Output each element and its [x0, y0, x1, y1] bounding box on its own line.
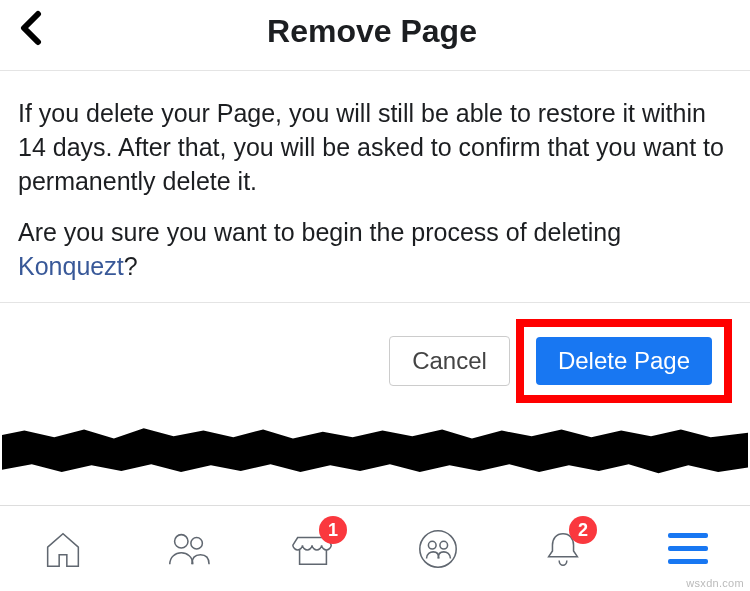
- page-name-link[interactable]: Konquezt: [18, 252, 124, 280]
- tab-home[interactable]: [0, 506, 125, 591]
- svg-point-4: [439, 541, 447, 549]
- header-bar: Remove Page: [0, 0, 750, 71]
- tab-notifications[interactable]: 2: [500, 506, 625, 591]
- highlight-annotation: Delete Page: [516, 319, 732, 403]
- confirm-text: Are you sure you want to begin the proce…: [18, 216, 732, 284]
- hamburger-icon: [668, 533, 708, 564]
- confirm-suffix: ?: [124, 252, 138, 280]
- watermark: wsxdn.com: [686, 577, 744, 589]
- confirm-prefix: Are you sure you want to begin the proce…: [18, 218, 621, 246]
- delete-page-button[interactable]: Delete Page: [536, 337, 712, 385]
- marketplace-badge: 1: [319, 516, 347, 544]
- friends-icon: [165, 526, 211, 572]
- tab-marketplace[interactable]: 1: [250, 506, 375, 591]
- groups-icon: [415, 526, 461, 572]
- cancel-button[interactable]: Cancel: [389, 336, 510, 386]
- svg-point-0: [174, 534, 187, 547]
- svg-point-3: [428, 541, 436, 549]
- action-row: Cancel Delete Page: [0, 303, 750, 419]
- content-area: If you delete your Page, you will still …: [0, 71, 750, 303]
- tab-friends[interactable]: [125, 506, 250, 591]
- page-title: Remove Page: [12, 13, 732, 50]
- bottom-tab-bar: 1 2: [0, 505, 750, 591]
- notifications-badge: 2: [569, 516, 597, 544]
- svg-point-2: [419, 530, 455, 566]
- home-icon: [40, 526, 86, 572]
- torn-separator: [0, 423, 750, 503]
- warning-text: If you delete your Page, you will still …: [18, 97, 732, 198]
- tab-groups[interactable]: [375, 506, 500, 591]
- svg-point-1: [190, 537, 202, 549]
